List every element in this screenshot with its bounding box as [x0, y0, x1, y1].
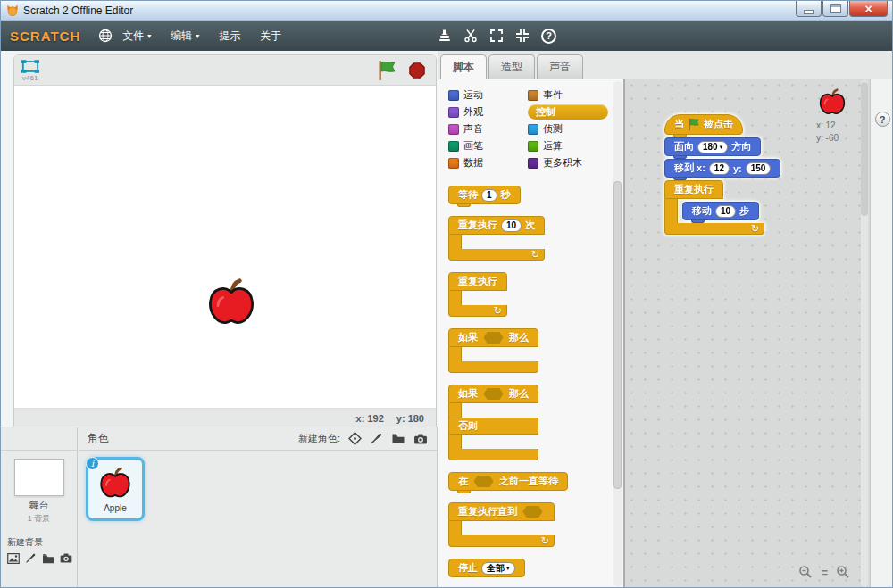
- sprite-thumbnail-apple[interactable]: i Apple: [86, 457, 145, 521]
- new-backdrop-label: 新建背景: [7, 536, 77, 549]
- sprite-name-label: Apple: [104, 503, 127, 513]
- menu-edit[interactable]: 编辑▾: [161, 29, 209, 44]
- goto-y-input[interactable]: 150: [746, 162, 772, 175]
- category-pen[interactable]: 画笔: [448, 139, 528, 153]
- camera-sprite-icon[interactable]: [413, 434, 428, 444]
- green-flag-icon[interactable]: [377, 60, 397, 81]
- more-blocks-color-swatch: [528, 158, 538, 169]
- minimize-button[interactable]: [796, 1, 822, 17]
- category-sound[interactable]: 声音: [448, 122, 528, 136]
- green-flag-icon: [688, 118, 700, 131]
- palette-block-if-else[interactable]: 如果那么 否则: [448, 385, 538, 460]
- category-motion[interactable]: 运动: [448, 88, 528, 102]
- new-backdrop-buttons: [7, 552, 77, 564]
- stage-canvas: [14, 86, 436, 408]
- category-events[interactable]: 事件: [528, 88, 623, 102]
- dropdown-caret-icon: ▾: [720, 144, 723, 151]
- stop-option-dropdown[interactable]: 全部▾: [481, 562, 515, 575]
- close-button[interactable]: ×: [849, 1, 888, 17]
- boolean-slot[interactable]: [481, 388, 505, 400]
- upload-backdrop-icon[interactable]: [42, 553, 54, 564]
- category-operators[interactable]: 运算: [528, 139, 623, 153]
- palette-block-forever[interactable]: 重复执行 ↻: [448, 272, 507, 317]
- category-sensing[interactable]: 侦测: [528, 122, 623, 136]
- sprite-list: i Apple: [79, 451, 437, 527]
- zoom-reset-button[interactable]: =: [821, 566, 828, 579]
- palette-blocks: 等待 1 秒 重复执行10次 ↻ 重复执行 ↻ 如果那么: [438, 171, 623, 577]
- sprite-info-icon[interactable]: i: [86, 457, 99, 470]
- menu-file[interactable]: 文件▾: [113, 29, 161, 44]
- menu-tips[interactable]: 提示: [209, 29, 250, 44]
- delete-scissors-icon[interactable]: [463, 29, 478, 43]
- script-block-when-flag-clicked[interactable]: 当 被点击: [664, 114, 743, 135]
- block-categories: 运动 外观 声音 画笔 数据 事件 控制 侦测 运算 更多积木: [438, 79, 623, 171]
- script-block-move-steps[interactable]: 移动 10 步: [682, 202, 759, 220]
- operators-color-swatch: [528, 141, 538, 152]
- move-steps-input[interactable]: 10: [715, 205, 736, 218]
- direction-dropdown[interactable]: 180▾: [697, 141, 728, 153]
- paint-sprite-icon[interactable]: [370, 432, 383, 445]
- minimize-icon: [804, 10, 814, 14]
- camera-backdrop-icon[interactable]: [60, 553, 72, 563]
- menu-about[interactable]: 关于: [250, 29, 291, 44]
- stage-thumbnail[interactable]: [14, 459, 64, 496]
- mouse-y-readout: y: 180: [396, 413, 424, 424]
- category-more-blocks[interactable]: 更多积木: [528, 156, 623, 170]
- script-scrollbar-thumb[interactable]: [861, 82, 868, 216]
- script-area: x: 12 y: -60 当 被点击 面向 180▾ 方向 移到 x: 12 y…: [624, 79, 870, 588]
- category-looks[interactable]: 外观: [448, 105, 528, 119]
- stage-selector-column: 舞台 1 背景 新建背景: [1, 427, 78, 588]
- script-block-goto-xy[interactable]: 移到 x: 12 y: 150: [664, 159, 780, 178]
- boolean-slot[interactable]: [481, 332, 505, 344]
- maximize-icon: [830, 4, 841, 13]
- version-label: v461: [22, 74, 38, 82]
- zoom-controls: =: [798, 565, 850, 579]
- help-button[interactable]: ?: [875, 112, 890, 127]
- fullscreen-icon[interactable]: [21, 60, 39, 73]
- menu-file-label: 文件: [122, 29, 144, 44]
- editor-tabs: 脚本 造型 声音: [440, 54, 585, 79]
- sprite-library-icon[interactable]: [348, 432, 362, 445]
- block-help-icon[interactable]: ?: [541, 29, 556, 44]
- apple-sprite-on-stage[interactable]: [204, 277, 259, 330]
- tab-costumes[interactable]: 造型: [488, 54, 535, 79]
- menu-about-label: 关于: [260, 29, 281, 44]
- category-control[interactable]: 控制: [528, 104, 608, 120]
- zoom-in-button[interactable]: [836, 565, 850, 579]
- upload-sprite-icon[interactable]: [391, 433, 405, 444]
- boolean-slot[interactable]: [521, 506, 545, 518]
- boolean-slot[interactable]: [472, 476, 496, 487]
- script-scrollbar[interactable]: [861, 80, 868, 587]
- sprite-info-apple-thumb: [816, 87, 848, 118]
- shrink-sprite-icon[interactable]: [515, 29, 530, 43]
- blocks-palette-panel: 脚本 造型 声音 运动 外观 声音 画笔 数据 事件 控制 侦测 运算 更多积木…: [438, 51, 624, 588]
- goto-x-input[interactable]: 12: [709, 162, 730, 175]
- zoom-out-button[interactable]: [798, 565, 813, 579]
- palette-block-repeat[interactable]: 重复执行10次 ↻: [448, 216, 545, 261]
- script-block-forever[interactable]: 重复执行 移动 10 步 ↻: [664, 180, 764, 235]
- repeat-count-input[interactable]: 10: [501, 219, 522, 232]
- grow-sprite-icon[interactable]: [489, 29, 504, 43]
- maximize-button[interactable]: [822, 1, 848, 17]
- palette-block-stop[interactable]: 停止 全部▾: [448, 559, 525, 577]
- palette-scrollbar-thumb[interactable]: [613, 181, 622, 489]
- tab-scripts[interactable]: 脚本: [440, 54, 487, 79]
- language-globe-icon[interactable]: [98, 29, 113, 43]
- palette-block-repeat-until[interactable]: 重复执行直到 ↻: [448, 502, 555, 547]
- tab-sounds[interactable]: 声音: [537, 54, 583, 79]
- palette-block-wait-until[interactable]: 在 之前一直等待: [448, 472, 568, 491]
- sprite-list-section: 角色 新建角色: i Apple: [79, 427, 437, 588]
- palette-scrollbar[interactable]: [613, 81, 622, 586]
- backdrop-library-icon[interactable]: [7, 553, 20, 564]
- menu-bar: SCRATCH 文件▾ 编辑▾ 提示 关于 ?: [1, 21, 892, 51]
- script-block-point-direction[interactable]: 面向 180▾ 方向: [664, 137, 761, 156]
- stop-icon[interactable]: [409, 62, 425, 79]
- wait-secs-input[interactable]: 1: [481, 189, 497, 202]
- palette-block-wait[interactable]: 等待 1 秒: [448, 186, 521, 204]
- paint-backdrop-icon[interactable]: [25, 552, 37, 564]
- palette-block-if[interactable]: 如果那么: [448, 328, 538, 373]
- loop-arrow-icon: ↻: [541, 536, 549, 546]
- category-data[interactable]: 数据: [448, 156, 528, 170]
- cursor-toolbar: ?: [438, 29, 556, 44]
- duplicate-stamp-icon[interactable]: [438, 29, 452, 43]
